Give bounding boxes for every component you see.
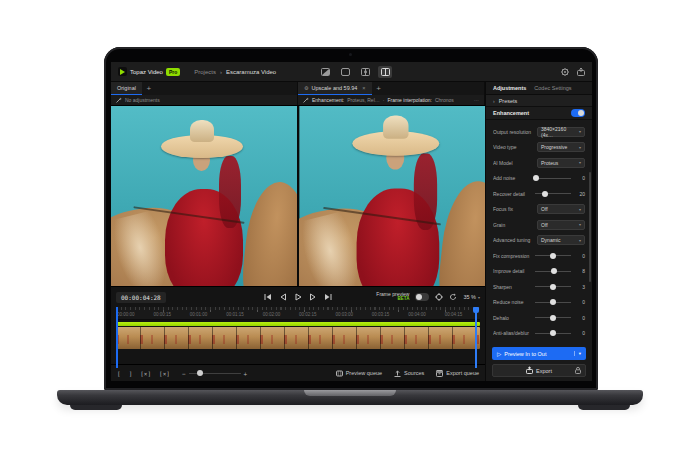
- tab-codec-settings[interactable]: Codec Settings: [534, 85, 571, 91]
- field-reduce-noise: Reduce noise 0: [493, 296, 585, 308]
- field-fix-compression: Fix compression 0: [493, 250, 585, 262]
- enhancement-toggle[interactable]: [571, 109, 585, 117]
- center-playhead-icon[interactable]: [435, 293, 443, 302]
- skip-to-end-button[interactable]: [324, 293, 332, 301]
- field-anti-alias-deblur: Anti-alias/deblur 0: [493, 327, 585, 339]
- preview-in-to-out-button[interactable]: ▷ Preview In to Out ▾: [492, 347, 586, 360]
- improve-detail-slider[interactable]: [535, 271, 571, 272]
- processing-gear-icon: ⚙: [304, 85, 308, 91]
- enhancement-label: Enhancement: [493, 110, 529, 116]
- grain-select[interactable]: Off▾: [537, 220, 585, 230]
- set-out-point-button[interactable]: ]: [129, 370, 133, 377]
- add-noise-slider[interactable]: [535, 178, 571, 179]
- share-export-icon[interactable]: [577, 68, 585, 76]
- topbar-right-group: [561, 62, 585, 82]
- add-tab-button-left[interactable]: +: [142, 82, 156, 95]
- in-point-marker[interactable]: [116, 307, 118, 368]
- recover-detail-slider[interactable]: [535, 193, 571, 194]
- video-type-select[interactable]: Progressive▾: [537, 142, 585, 152]
- enhanced-video-pane[interactable]: [297, 106, 485, 286]
- tab-original[interactable]: Original: [111, 82, 142, 95]
- add-tab-button-right[interactable]: +: [372, 82, 386, 95]
- set-in-point-button[interactable]: [: [117, 370, 121, 377]
- breadcrumb-projects[interactable]: Projects: [194, 69, 216, 75]
- lock-icon: [575, 367, 581, 375]
- right-pane-tabs: ⚙ Upscale and 59.94 × +: [298, 82, 485, 95]
- sidebar-action-buttons: ▷ Preview In to Out ▾ Export: [486, 345, 592, 377]
- beta-badge: BETA: [376, 297, 409, 302]
- filmstrip-thumbnails[interactable]: [116, 327, 480, 349]
- sharpen-slider[interactable]: [535, 286, 571, 287]
- sources-button[interactable]: Sources: [394, 370, 424, 377]
- topaz-logo-icon: [118, 67, 127, 76]
- clear-out-point-button[interactable]: [×]: [159, 370, 170, 377]
- dehalo-slider[interactable]: [535, 317, 571, 318]
- sidebar-scrollbar[interactable]: [589, 172, 591, 282]
- output-resolution-select[interactable]: 3840×2160 (4x…▾: [537, 127, 585, 137]
- adjustments-sidebar: Adjustments Codec Settings › Presets Enh…: [486, 82, 592, 381]
- field-recover-detail: Recover detail 20: [493, 188, 585, 200]
- breadcrumb-separator-icon: ›: [220, 69, 222, 75]
- focus-fix-select[interactable]: Off▾: [537, 204, 585, 214]
- breadcrumb: Projects › Escaramuza Video: [194, 69, 276, 75]
- zoom-out-button[interactable]: −: [182, 370, 186, 377]
- original-video-pane[interactable]: [111, 106, 297, 286]
- more-options-icon[interactable]: ⋯: [474, 97, 479, 103]
- fix-compression-slider[interactable]: [535, 255, 571, 256]
- laptop-foot: [578, 405, 630, 410]
- preview-queue-icon: [336, 370, 343, 377]
- enhancement-fields: Output resolution 3840×2160 (4x…▾ Video …: [486, 120, 592, 345]
- bottom-toolbar: [ ] [×] [×] − + Preview queue: [111, 364, 485, 381]
- playhead[interactable]: [475, 307, 477, 368]
- settings-gear-icon[interactable]: [561, 68, 569, 76]
- preview-queue-button[interactable]: Preview queue: [336, 370, 382, 377]
- laptop-foot: [70, 405, 122, 410]
- enhancement-info-value: Proteus, Rel…: [347, 97, 380, 103]
- timecode-display: 00:00:04:28: [116, 292, 166, 303]
- presets-label: Presets: [499, 98, 518, 104]
- render-progress-bar: [116, 322, 480, 326]
- timeline-zoom-knob[interactable]: [197, 370, 203, 376]
- preview-options-group: Frame preview BETA 35 % ▾: [376, 292, 480, 302]
- single-view-icon[interactable]: [338, 66, 352, 78]
- presets-row[interactable]: › Presets: [486, 95, 592, 107]
- field-focus-fix: Focus fix Off▾: [493, 203, 585, 215]
- timeline-zoom-slider[interactable]: [189, 373, 241, 374]
- view-mode-group: [318, 62, 392, 82]
- advanced-tuning-select[interactable]: Dynamic▾: [537, 235, 585, 245]
- close-tab-icon[interactable]: ×: [362, 85, 365, 91]
- frame-preview-toggle[interactable]: [415, 293, 429, 301]
- chevron-down-icon: ▾: [579, 207, 581, 212]
- skip-to-start-button[interactable]: [264, 293, 272, 301]
- viewer-zoom-select[interactable]: 35 % ▾: [463, 294, 480, 300]
- previous-frame-button[interactable]: [279, 293, 287, 301]
- right-pane-info: Enhancement: Proteus, Rel… · Frame inter…: [298, 95, 485, 105]
- field-grain: Grain Off▾: [493, 219, 585, 231]
- tab-adjustments[interactable]: Adjustments: [493, 85, 526, 91]
- ai-model-select[interactable]: Proteus▾: [537, 158, 585, 168]
- split-diagonal-view-icon[interactable]: [318, 66, 332, 78]
- transport-controls: [264, 293, 332, 301]
- tab-upscale[interactable]: ⚙ Upscale and 59.94 ×: [298, 82, 372, 95]
- side-by-side-view-icon[interactable]: [378, 66, 392, 78]
- info-separator: ·: [383, 97, 385, 103]
- loop-playback-icon[interactable]: [449, 293, 457, 302]
- export-button[interactable]: Export: [492, 364, 586, 377]
- queue-buttons-group: Preview queue Sources Export queue: [336, 370, 479, 377]
- next-frame-button[interactable]: [309, 293, 317, 301]
- export-queue-button[interactable]: Export queue: [436, 370, 479, 377]
- clear-in-point-button[interactable]: [×]: [140, 370, 151, 377]
- chevron-down-icon: ▾: [579, 160, 581, 165]
- left-info-text: No adjustments: [125, 97, 160, 103]
- timeline-ruler[interactable]: 00:00:0000:00:15 00:01:0000:01:15 00:02:…: [116, 307, 480, 320]
- field-advanced-tuning: Advanced tuning Dynamic▾: [493, 234, 585, 246]
- comparison-slider-view-icon[interactable]: [358, 66, 372, 78]
- chevron-down-icon: ▾: [478, 295, 480, 300]
- play-button[interactable]: [294, 293, 302, 301]
- reduce-noise-slider[interactable]: [535, 302, 571, 303]
- field-ai-model: AI Model Proteus▾: [493, 157, 585, 169]
- zoom-in-button[interactable]: +: [244, 370, 248, 377]
- anti-alias-deblur-slider[interactable]: [535, 333, 571, 334]
- chevron-down-icon: ▾: [579, 238, 581, 243]
- preview-options-chevron-icon[interactable]: ▾: [574, 351, 581, 356]
